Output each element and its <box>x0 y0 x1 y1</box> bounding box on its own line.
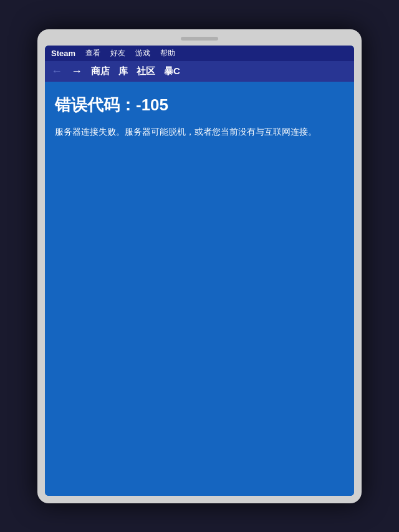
screen: Steam 查看 好友 游戏 帮助 ← → 商店 库 社区 暴C 错误代码：-1… <box>45 46 354 496</box>
device-frame: Steam 查看 好友 游戏 帮助 ← → 商店 库 社区 暴C 错误代码：-1… <box>37 29 362 503</box>
nav-link-store[interactable]: 商店 <box>91 65 110 77</box>
menu-item-steam[interactable]: Steam <box>51 49 75 58</box>
content-area: 错误代码：-105 服务器连接失败。服务器可能脱机，或者您当前没有与互联网连接。 <box>45 82 354 496</box>
device-notch <box>181 37 218 41</box>
error-code-title: 错误代码：-105 <box>55 94 344 116</box>
forward-button[interactable]: → <box>71 65 82 78</box>
nav-link-profile[interactable]: 暴C <box>164 65 180 77</box>
menu-item-games[interactable]: 游戏 <box>135 48 150 59</box>
menu-item-view[interactable]: 查看 <box>85 48 100 59</box>
nav-links: 商店 库 社区 暴C <box>91 65 180 77</box>
nav-link-library[interactable]: 库 <box>118 65 128 77</box>
error-description: 服务器连接失败。服务器可能脱机，或者您当前没有与互联网连接。 <box>55 125 344 138</box>
nav-link-community[interactable]: 社区 <box>137 65 155 77</box>
back-button[interactable]: ← <box>51 65 62 78</box>
nav-bar: ← → 商店 库 社区 暴C <box>45 61 354 82</box>
menu-bar: Steam 查看 好友 游戏 帮助 <box>45 46 354 61</box>
menu-item-help[interactable]: 帮助 <box>160 48 175 59</box>
menu-item-friends[interactable]: 好友 <box>110 48 125 59</box>
